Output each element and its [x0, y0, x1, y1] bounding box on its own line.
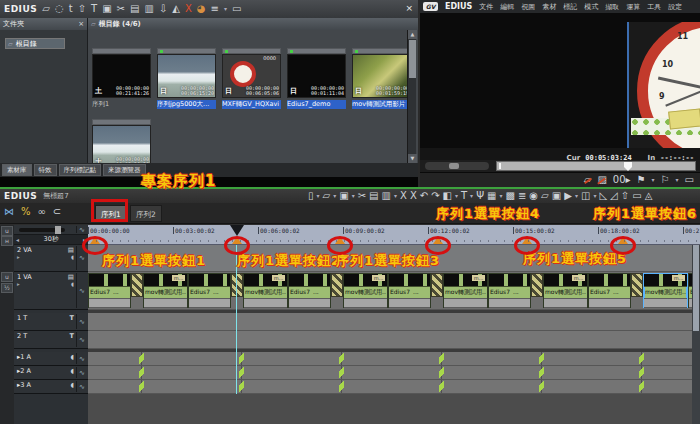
playback-icon[interactable]: ▶ — [564, 191, 572, 201]
audio-fade-mark[interactable] — [639, 367, 644, 378]
track-header-1va[interactable]: 1 VA▤▸◖∿ — [14, 272, 88, 310]
track-2a-lane[interactable] — [88, 366, 700, 380]
gutter-button-u[interactable]: u — [1, 226, 13, 236]
clip-mixer-strip[interactable] — [289, 298, 330, 308]
track-height-slider[interactable] — [19, 228, 65, 232]
capture-monitor-icon[interactable]: ▣ — [102, 4, 111, 14]
caret-icon[interactable]: ▾ — [394, 193, 397, 199]
track-patch-icon[interactable]: ∿ — [76, 246, 87, 270]
cut-icon[interactable]: ✂ — [358, 191, 366, 201]
zoom-prev-icon[interactable]: ◂ — [16, 237, 19, 243]
caret-icon[interactable]: ▾ — [593, 193, 596, 199]
menu-edit[interactable]: 編輯 — [500, 2, 514, 12]
track-type-icon[interactable]: ◖ — [71, 381, 74, 389]
caret-icon[interactable]: ▾ — [499, 193, 502, 199]
copy-icon[interactable]: ▤ — [369, 191, 378, 201]
camera-icon[interactable]: ▣ — [552, 191, 561, 201]
fade-out-icon[interactable]: ◿ — [610, 191, 618, 201]
timeline-clip[interactable]: Edius7_... — [188, 273, 231, 308]
monitor-box-icon[interactable]: ▭ — [685, 175, 694, 185]
track-type-icon[interactable]: ▤ — [68, 273, 74, 281]
title-icon[interactable]: T — [461, 191, 467, 201]
bin-clip-card[interactable]: 日00:00:00:0000:06:15:20序列jpg5000大... — [157, 48, 216, 109]
caret-icon[interactable]: ▾ — [455, 193, 458, 199]
timeline-ruler[interactable]: 00:00:00:0000:03:00:0200:06:00:0200:09:0… — [88, 225, 700, 245]
title-icon[interactable]: T — [91, 4, 97, 14]
sequence-marker-icon[interactable] — [618, 237, 628, 244]
transition-hatch[interactable] — [631, 273, 643, 297]
search-icon[interactable]: ◌ — [55, 4, 64, 14]
menu-settings[interactable]: 設定 — [668, 2, 682, 12]
delete-in-icon[interactable]: X — [400, 191, 407, 201]
zoom-preset-value[interactable]: 30秒 — [44, 235, 59, 244]
timeline-clip[interactable]: m...mov轉測試用... — [343, 273, 388, 308]
track-patch-icon[interactable]: ∿ — [76, 273, 87, 308]
trim-icon[interactable]: ◧ — [443, 191, 452, 201]
track-patch-icon[interactable]: ∿ — [76, 367, 87, 378]
zoom-next-icon[interactable]: ▸ — [83, 237, 86, 243]
track-header-2t[interactable]: 2 TT∿ — [14, 331, 88, 349]
import-icon[interactable]: t — [69, 4, 73, 14]
sequence-marker-icon[interactable] — [522, 237, 532, 244]
delete-icon[interactable]: X — [185, 4, 192, 14]
caret-icon[interactable]: ▾ — [333, 193, 336, 199]
tab-source-browser[interactable]: 來源瀏覽器 — [103, 164, 146, 176]
menu-view[interactable]: 視圖 — [521, 2, 535, 12]
track-patch-icon[interactable]: ∿ — [76, 332, 87, 347]
audio-fade-mark[interactable] — [339, 381, 344, 392]
scroll-up-icon[interactable]: ▲ — [408, 30, 417, 39]
clip-mixer-strip[interactable] — [344, 298, 387, 308]
clip-mixer-strip[interactable] — [489, 298, 530, 308]
audio-fade-mark[interactable] — [439, 381, 444, 392]
paste-icon[interactable]: ▥ — [144, 4, 153, 14]
export-icon[interactable]: ⇧ — [621, 191, 629, 201]
bin-clip-card[interactable]: 土00:00:00:0000:21:41:26序列1 — [92, 48, 151, 109]
flag-out-icon[interactable]: ⚐ — [661, 175, 670, 185]
timeline-clip[interactable]: m...mov轉測試用... — [443, 273, 488, 308]
clip-label[interactable]: mov轉測試用影片 — [352, 100, 411, 109]
transition-hatch[interactable] — [431, 273, 443, 297]
clip-mixer-strip[interactable] — [644, 298, 687, 308]
bin-scrollbar[interactable]: ▲ ▼ — [407, 30, 416, 163]
gutter-button-half[interactable]: ½ — [1, 283, 13, 293]
menu-marker[interactable]: 標記 — [563, 2, 577, 12]
undo-icon[interactable]: ↶ — [420, 191, 428, 201]
transition-hatch[interactable] — [531, 273, 543, 297]
clip-mixer-strip[interactable] — [244, 298, 287, 308]
folder-panel-close-icon[interactable]: × — [78, 20, 84, 28]
track-2va-lane[interactable] — [88, 245, 700, 272]
audio-fade-mark[interactable] — [439, 367, 444, 378]
folder-icon[interactable]: ▱ — [42, 4, 50, 14]
track-type-icon[interactable]: T — [70, 332, 74, 340]
playhead-triangle[interactable] — [230, 225, 244, 236]
caret-icon[interactable]: ▾ — [224, 6, 227, 12]
export-icon[interactable]: ⇧ — [78, 4, 86, 14]
audio-fade-mark[interactable] — [539, 367, 544, 378]
track-audio-icon[interactable]: ◖ — [71, 254, 74, 260]
scrollbar-thumb[interactable] — [409, 40, 416, 78]
timeline-zoom-preset[interactable]: ◂ 30秒 ▸ — [14, 235, 88, 245]
clip-mixer-strip[interactable] — [444, 298, 487, 308]
sequence-tab-2[interactable]: 序列2 — [130, 205, 162, 222]
transition-hatch[interactable] — [231, 273, 243, 297]
tab-material-library[interactable]: 素材庫 — [2, 164, 32, 176]
timeline-clip[interactable]: m...mov轉測試用... — [143, 273, 188, 308]
alert-icon[interactable]: ◬ — [645, 191, 653, 201]
tab-effects[interactable]: 特效 — [34, 164, 57, 176]
dual-monitor-icon[interactable]: ◫ — [581, 191, 590, 201]
bin-icon[interactable]: ▱ — [541, 191, 549, 201]
sequence-marker-icon[interactable] — [335, 237, 345, 244]
mount-icon[interactable]: ◭ — [172, 4, 180, 14]
clip-label[interactable]: 序列jpg5000大... — [157, 100, 216, 109]
position-slider[interactable] — [496, 161, 696, 171]
list-view-icon[interactable]: ≡ — [211, 4, 219, 14]
palette-icon[interactable]: ◕ — [197, 4, 206, 14]
sequence-tab-1[interactable]: 序列1 — [95, 205, 127, 222]
timeline-clip[interactable]: Edius7_... — [488, 273, 531, 308]
track-3a-lane[interactable] — [88, 380, 700, 394]
clip-label[interactable]: MXF轉GV_HQXavi — [222, 100, 281, 109]
track-patch-icon[interactable]: ∿ — [76, 314, 87, 329]
track-audio-icon[interactable]: ◖ — [71, 281, 74, 287]
track-expand-icon[interactable]: ▸ — [17, 281, 20, 287]
snap-magnet-icon[interactable]: ⊂ — [53, 207, 61, 217]
